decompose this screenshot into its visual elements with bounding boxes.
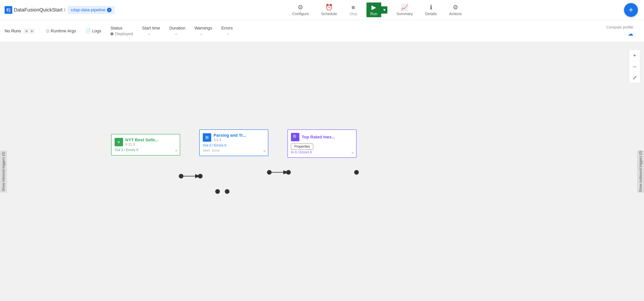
outbound-triggers-label: Show outbound triggers (0): [639, 151, 643, 192]
sink-node-icon: 🔍: [291, 133, 300, 141]
no-runs-section: No Runs ◀ ▶: [4, 28, 40, 34]
svg-point-4: [198, 174, 202, 178]
svg-point-8: [225, 189, 230, 194]
start-time-item: Start time –: [142, 26, 160, 36]
logs-item[interactable]: 📄 Logs: [85, 28, 102, 34]
actions-label: Actions: [449, 12, 462, 16]
summary-btn[interactable]: 📈 Summary: [394, 3, 416, 17]
app-info-icon[interactable]: ℹ: [64, 7, 66, 12]
errors-title: Errors: [222, 26, 233, 31]
transform-node-menu[interactable]: ≡: [263, 149, 266, 153]
compute-profile-section[interactable]: Compute profile ☁: [606, 25, 633, 37]
sink-node-stats: In 0 / Errors 0: [291, 150, 353, 154]
inbound-triggers-panel[interactable]: Show inbound triggers (0): [0, 150, 7, 193]
stop-btn[interactable]: ■ Stop: [346, 3, 360, 17]
no-runs-label: No Runs: [4, 28, 21, 33]
source-node-icon: ≡: [114, 138, 123, 146]
app-logo: E| DataFusionQuickStart ℹ: [4, 6, 66, 14]
details-label: Details: [425, 12, 437, 16]
warnings-item: Warnings –: [194, 26, 212, 36]
configure-btn[interactable]: ⚙ Configure: [289, 3, 312, 17]
zoom-in-btn[interactable]: +: [629, 50, 640, 61]
warnings-title: Warnings: [194, 26, 212, 31]
runtime-args-item[interactable]: ⊙ Runtime Args: [46, 28, 76, 34]
source-node-menu[interactable]: ≡: [175, 148, 178, 153]
errors-value: –: [222, 31, 233, 36]
compute-profile-icon: ☁: [628, 31, 633, 37]
fab-btn[interactable]: +: [624, 3, 638, 17]
add-pipeline-tab-btn[interactable]: +: [107, 8, 112, 12]
svg-point-9: [354, 170, 359, 175]
configure-label: Configure: [292, 12, 309, 16]
svg-point-5: [267, 170, 272, 175]
run-dropdown-btn[interactable]: ▾: [381, 6, 387, 13]
source-node-stats: Out 0 / Errors 0: [114, 148, 177, 152]
transform-node-header: ⊞ Parsing and Tr... 3.2.3: [203, 133, 265, 142]
sink-node[interactable]: 🔍 Top Rated Inex... Properties In 0 / Er…: [288, 129, 356, 158]
details-btn[interactable]: ℹ Details: [422, 3, 440, 17]
app-title: DataFusionQuickStart: [14, 7, 62, 13]
start-time-title: Start time: [142, 26, 160, 31]
sink-node-name: Top Rated Inex...: [302, 135, 335, 140]
outbound-triggers-panel[interactable]: Show outbound triggers (0): [637, 150, 644, 193]
status-item: Status Deployed: [110, 26, 133, 36]
run-bar: No Runs ◀ ▶ ⊙ Runtime Args 📄 Logs Status…: [0, 20, 644, 42]
stop-icon: ■: [352, 4, 355, 11]
svg-point-7: [215, 189, 220, 194]
status-title: Status: [110, 26, 133, 31]
transform-alert-label: Alert: [203, 149, 210, 153]
source-node-header: ≡ NYT Best Selle... 0.11.3: [114, 137, 177, 146]
status-deployed: Deployed: [110, 31, 133, 36]
duration-title: Duration: [169, 26, 185, 31]
configure-icon: ⚙: [298, 4, 303, 11]
sink-node-menu[interactable]: ≡: [352, 151, 354, 155]
source-node[interactable]: ≡ NYT Best Selle... 0.11.3 Out 0 / Error…: [111, 134, 180, 155]
zoom-controls: + – ⤢: [629, 50, 640, 83]
run-label: Run: [370, 12, 378, 16]
warnings-value: –: [194, 31, 212, 36]
summary-icon: 📈: [401, 4, 408, 11]
source-node-name: NYT Best Selle...: [125, 137, 159, 142]
sink-properties-btn[interactable]: Properties: [291, 144, 313, 150]
zoom-fit-btn[interactable]: ⤢: [629, 72, 640, 83]
app-logo-icon: E|: [4, 6, 12, 14]
transform-node-stats: Out 0 / Errors 0: [203, 143, 265, 147]
duration-item: Duration –: [169, 26, 185, 36]
zoom-out-btn[interactable]: –: [629, 61, 640, 72]
start-time-value: –: [142, 31, 160, 36]
source-node-version: 0.11.3: [125, 142, 159, 146]
compute-profile-label: Compute profile: [606, 25, 633, 29]
runtime-args-label: Runtime Args: [51, 28, 76, 33]
transform-node-icon: ⊞: [203, 133, 211, 142]
transform-node-alerts: Alert Error: [203, 149, 265, 153]
schedule-label: Schedule: [321, 12, 337, 16]
sink-node-header: 🔍 Top Rated Inex...: [291, 133, 353, 141]
nav-arrows: ◀ ▶: [24, 28, 35, 34]
run-bar-items: ⊙ Runtime Args 📄 Logs Status Deployed St…: [40, 25, 640, 37]
pipeline-tab-label: cdap-data-pipeline: [71, 7, 106, 12]
run-btn[interactable]: ▶ Run: [366, 2, 381, 17]
status-dot: [110, 32, 114, 35]
top-bar-left: E| DataFusionQuickStart ℹ cdap-data-pipe…: [4, 6, 114, 14]
next-run-btn[interactable]: ▶: [30, 28, 35, 34]
schedule-icon: ⏰: [325, 4, 333, 11]
logs-icon: 📄: [85, 28, 91, 34]
transform-node[interactable]: ⊞ Parsing and Tr... 3.2.3 Out 0 / Errors…: [199, 129, 268, 156]
actions-icon: ⚙: [453, 4, 458, 11]
schedule-btn[interactable]: ⏰ Schedule: [318, 3, 340, 17]
pipeline-canvas: Show inbound triggers (0) Show outbound …: [0, 42, 644, 301]
transform-node-name: Parsing and Tr...: [214, 133, 246, 138]
status-value: Deployed: [115, 31, 133, 36]
summary-label: Summary: [396, 12, 413, 16]
transform-error-label: Error: [212, 149, 220, 153]
top-bar-center: ⚙ Configure ⏰ Schedule ■ Stop ▶ Run ▾ 📈 …: [114, 2, 640, 17]
prev-run-btn[interactable]: ◀: [24, 28, 29, 34]
errors-item: Errors –: [222, 26, 233, 36]
connections-svg: [0, 42, 644, 301]
pipeline-tab[interactable]: cdap-data-pipeline +: [68, 6, 114, 14]
logs-label: Logs: [92, 28, 102, 33]
actions-btn[interactable]: ⚙ Actions: [446, 3, 465, 17]
duration-value: –: [169, 31, 185, 36]
run-btn-group: ▶ Run ▾: [366, 2, 387, 17]
svg-point-6: [286, 170, 291, 175]
